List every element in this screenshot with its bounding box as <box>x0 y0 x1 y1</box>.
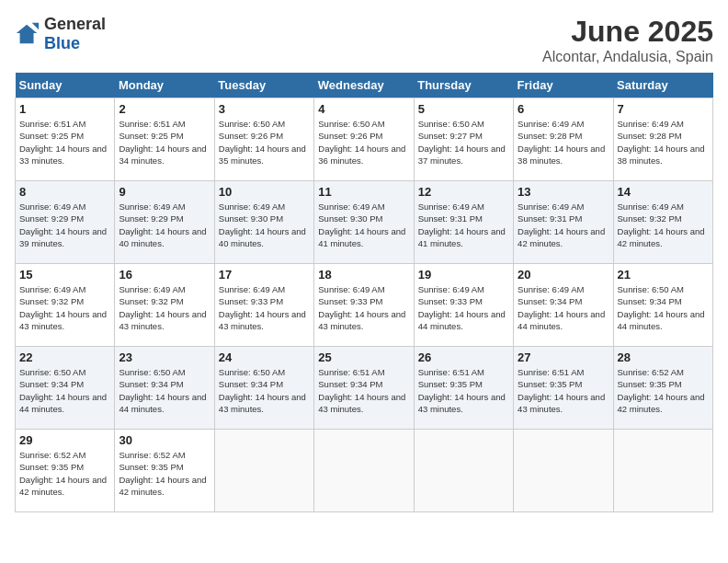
day-info: Sunrise: 6:49 AMSunset: 9:28 PMDaylight:… <box>618 118 709 167</box>
day-number: 16 <box>119 268 210 282</box>
day-number: 29 <box>19 433 110 447</box>
calendar-cell: 26 Sunrise: 6:51 AMSunset: 9:35 PMDaylig… <box>414 347 513 430</box>
day-info: Sunrise: 6:49 AMSunset: 9:32 PMDaylight:… <box>19 283 110 332</box>
day-number: 17 <box>219 268 310 282</box>
day-info: Sunrise: 6:49 AMSunset: 9:29 PMDaylight:… <box>19 201 110 249</box>
calendar-cell: 16 Sunrise: 6:49 AMSunset: 9:32 PMDaylig… <box>115 264 214 347</box>
calendar-cell: 9 Sunrise: 6:49 AMSunset: 9:29 PMDayligh… <box>115 181 214 264</box>
day-number: 5 <box>418 102 509 116</box>
calendar-week-4: 22 Sunrise: 6:50 AMSunset: 9:34 PMDaylig… <box>16 347 713 430</box>
calendar-cell: 12 Sunrise: 6:49 AMSunset: 9:31 PMDaylig… <box>414 181 513 264</box>
day-number: 20 <box>518 268 609 282</box>
calendar-cell: 1 Sunrise: 6:51 AMSunset: 9:25 PMDayligh… <box>16 98 115 181</box>
day-info: Sunrise: 6:49 AMSunset: 9:28 PMDaylight:… <box>518 118 609 167</box>
title-area: June 2025 Alcontar, Andalusia, Spain <box>542 15 713 65</box>
day-info: Sunrise: 6:49 AMSunset: 9:31 PMDaylight:… <box>418 201 509 249</box>
day-info: Sunrise: 6:50 AMSunset: 9:26 PMDaylight:… <box>219 118 310 167</box>
day-info: Sunrise: 6:49 AMSunset: 9:30 PMDaylight:… <box>318 201 409 249</box>
calendar-cell: 7 Sunrise: 6:49 AMSunset: 9:28 PMDayligh… <box>613 98 712 181</box>
day-info: Sunrise: 6:51 AMSunset: 9:35 PMDaylight:… <box>518 366 609 415</box>
calendar-cell: 14 Sunrise: 6:49 AMSunset: 9:32 PMDaylig… <box>613 181 712 264</box>
calendar-cell <box>314 430 414 512</box>
day-info: Sunrise: 6:49 AMSunset: 9:32 PMDaylight:… <box>618 201 709 249</box>
calendar-cell <box>214 430 313 512</box>
calendar-cell: 10 Sunrise: 6:49 AMSunset: 9:30 PMDaylig… <box>214 181 313 264</box>
calendar-cell: 22 Sunrise: 6:50 AMSunset: 9:34 PMDaylig… <box>16 347 115 430</box>
day-number: 22 <box>19 350 110 364</box>
day-number: 2 <box>119 102 210 116</box>
day-info: Sunrise: 6:50 AMSunset: 9:34 PMDaylight:… <box>219 366 310 415</box>
day-info: Sunrise: 6:49 AMSunset: 9:29 PMDaylight:… <box>119 201 210 249</box>
day-number: 11 <box>318 185 409 199</box>
svg-marker-1 <box>32 23 39 29</box>
day-info: Sunrise: 6:50 AMSunset: 9:34 PMDaylight:… <box>119 366 210 415</box>
calendar-week-2: 8 Sunrise: 6:49 AMSunset: 9:29 PMDayligh… <box>16 181 713 264</box>
day-number: 25 <box>318 350 409 364</box>
calendar-table: SundayMondayTuesdayWednesdayThursdayFrid… <box>15 73 713 512</box>
calendar-cell: 3 Sunrise: 6:50 AMSunset: 9:26 PMDayligh… <box>214 98 313 181</box>
day-number: 13 <box>518 185 609 199</box>
day-info: Sunrise: 6:52 AMSunset: 9:35 PMDaylight:… <box>119 449 210 498</box>
calendar-cell: 17 Sunrise: 6:49 AMSunset: 9:33 PMDaylig… <box>214 264 313 347</box>
day-info: Sunrise: 6:50 AMSunset: 9:26 PMDaylight:… <box>318 118 409 167</box>
day-info: Sunrise: 6:51 AMSunset: 9:35 PMDaylight:… <box>418 366 509 415</box>
page-header: General Blue June 2025 Alcontar, Andalus… <box>15 15 713 65</box>
calendar-cell: 5 Sunrise: 6:50 AMSunset: 9:27 PMDayligh… <box>414 98 513 181</box>
day-info: Sunrise: 6:51 AMSunset: 9:25 PMDaylight:… <box>119 118 210 167</box>
logo: General Blue <box>15 15 106 53</box>
day-number: 23 <box>119 350 210 364</box>
day-number: 18 <box>318 268 409 282</box>
day-info: Sunrise: 6:49 AMSunset: 9:33 PMDaylight:… <box>418 283 509 332</box>
calendar-cell: 15 Sunrise: 6:49 AMSunset: 9:32 PMDaylig… <box>16 264 115 347</box>
calendar-cell: 19 Sunrise: 6:49 AMSunset: 9:33 PMDaylig… <box>414 264 513 347</box>
calendar-cell: 13 Sunrise: 6:49 AMSunset: 9:31 PMDaylig… <box>514 181 613 264</box>
day-number: 6 <box>518 102 609 116</box>
calendar-cell: 23 Sunrise: 6:50 AMSunset: 9:34 PMDaylig… <box>115 347 214 430</box>
header-sunday: Sunday <box>16 73 115 98</box>
day-info: Sunrise: 6:49 AMSunset: 9:33 PMDaylight:… <box>219 283 310 332</box>
location-title: Alcontar, Andalusia, Spain <box>542 49 713 65</box>
calendar-week-5: 29 Sunrise: 6:52 AMSunset: 9:35 PMDaylig… <box>16 430 713 512</box>
day-number: 9 <box>119 185 210 199</box>
day-number: 7 <box>618 102 709 116</box>
calendar-cell: 21 Sunrise: 6:50 AMSunset: 9:34 PMDaylig… <box>613 264 712 347</box>
day-info: Sunrise: 6:50 AMSunset: 9:34 PMDaylight:… <box>618 283 709 332</box>
calendar-cell: 6 Sunrise: 6:49 AMSunset: 9:28 PMDayligh… <box>514 98 613 181</box>
calendar-week-3: 15 Sunrise: 6:49 AMSunset: 9:32 PMDaylig… <box>16 264 713 347</box>
calendar-cell: 20 Sunrise: 6:49 AMSunset: 9:34 PMDaylig… <box>514 264 613 347</box>
day-info: Sunrise: 6:52 AMSunset: 9:35 PMDaylight:… <box>618 366 709 415</box>
header-row: SundayMondayTuesdayWednesdayThursdayFrid… <box>16 73 713 98</box>
day-info: Sunrise: 6:52 AMSunset: 9:35 PMDaylight:… <box>19 449 110 498</box>
day-info: Sunrise: 6:49 AMSunset: 9:33 PMDaylight:… <box>318 283 409 332</box>
day-number: 4 <box>318 102 409 116</box>
day-number: 1 <box>19 102 110 116</box>
day-info: Sunrise: 6:50 AMSunset: 9:27 PMDaylight:… <box>418 118 509 167</box>
calendar-cell: 2 Sunrise: 6:51 AMSunset: 9:25 PMDayligh… <box>115 98 214 181</box>
day-number: 3 <box>219 102 310 116</box>
header-friday: Friday <box>514 73 613 98</box>
calendar-week-1: 1 Sunrise: 6:51 AMSunset: 9:25 PMDayligh… <box>16 98 713 181</box>
header-saturday: Saturday <box>613 73 712 98</box>
day-number: 15 <box>19 268 110 282</box>
calendar-cell: 30 Sunrise: 6:52 AMSunset: 9:35 PMDaylig… <box>115 430 214 512</box>
header-tuesday: Tuesday <box>214 73 313 98</box>
svg-marker-0 <box>17 25 37 44</box>
header-thursday: Thursday <box>414 73 513 98</box>
calendar-cell: 28 Sunrise: 6:52 AMSunset: 9:35 PMDaylig… <box>613 347 712 430</box>
calendar-cell: 24 Sunrise: 6:50 AMSunset: 9:34 PMDaylig… <box>214 347 313 430</box>
day-info: Sunrise: 6:49 AMSunset: 9:34 PMDaylight:… <box>518 283 609 332</box>
day-number: 14 <box>618 185 709 199</box>
day-info: Sunrise: 6:51 AMSunset: 9:25 PMDaylight:… <box>19 118 110 167</box>
calendar-cell: 27 Sunrise: 6:51 AMSunset: 9:35 PMDaylig… <box>514 347 613 430</box>
day-number: 30 <box>119 433 210 447</box>
logo-icon <box>15 21 40 47</box>
day-info: Sunrise: 6:49 AMSunset: 9:31 PMDaylight:… <box>518 201 609 249</box>
header-monday: Monday <box>115 73 214 98</box>
calendar-cell: 18 Sunrise: 6:49 AMSunset: 9:33 PMDaylig… <box>314 264 414 347</box>
day-number: 24 <box>219 350 310 364</box>
day-number: 19 <box>418 268 509 282</box>
calendar-cell: 4 Sunrise: 6:50 AMSunset: 9:26 PMDayligh… <box>314 98 414 181</box>
day-number: 28 <box>618 350 709 364</box>
calendar-cell: 29 Sunrise: 6:52 AMSunset: 9:35 PMDaylig… <box>16 430 115 512</box>
day-info: Sunrise: 6:50 AMSunset: 9:34 PMDaylight:… <box>19 366 110 415</box>
